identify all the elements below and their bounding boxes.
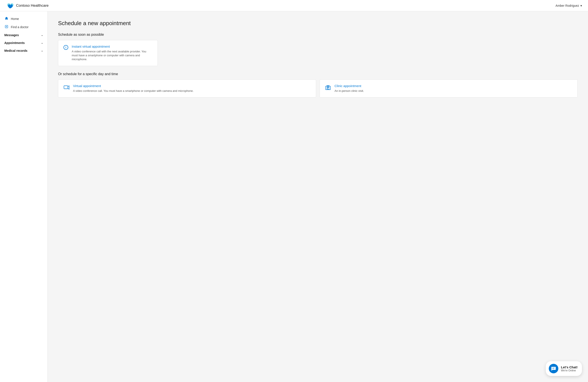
sidebar-item-medical-records[interactable]: Medical records ⌄: [0, 47, 47, 55]
app-layout: Home Find a doctor Messages ⌄ Appointmen…: [0, 11, 588, 382]
instant-card-content: Instant virtual appointment A video conf…: [72, 45, 152, 61]
clinic-card-desc: An in-person clinic visit.: [335, 89, 364, 93]
instant-icon: !: [63, 45, 68, 51]
app-name: Contoso Healthcare: [16, 3, 48, 8]
sidebar-item-messages[interactable]: Messages ⌄: [0, 31, 47, 39]
virtual-appointment-card[interactable]: Virtual appointment A video conference c…: [58, 80, 316, 98]
sidebar-item-find-doctor[interactable]: Find a doctor: [0, 23, 47, 31]
page-title: Schedule a new appointment: [58, 20, 578, 27]
virtual-card-content: Virtual appointment A video conference c…: [73, 84, 193, 93]
sidebar-home-label: Home: [11, 17, 19, 20]
svg-rect-5: [64, 86, 68, 89]
scheduled-cards-row: Virtual appointment A video conference c…: [58, 80, 578, 98]
section-specific-title: Or schedule for a specific day and time: [58, 72, 578, 76]
chat-text: Let's Chat! We're Online: [561, 365, 578, 372]
home-icon: [4, 17, 9, 21]
section-asap-title: Schedule as soon as possible: [58, 33, 578, 37]
app-logo-icon: [6, 2, 14, 10]
sidebar: Home Find a doctor Messages ⌄ Appointmen…: [0, 11, 48, 382]
user-name: Amber Rodriguez: [555, 4, 579, 7]
medical-records-chevron-icon: ⌄: [41, 49, 43, 52]
chat-title: Let's Chat!: [561, 365, 578, 369]
clinic-appointment-icon: [325, 84, 331, 92]
sidebar-item-appointments[interactable]: Appointments ⌄: [0, 39, 47, 47]
chat-widget[interactable]: Let's Chat! We're Online: [546, 361, 582, 376]
instant-card-title: Instant virtual appointment: [72, 45, 152, 48]
svg-text:!: !: [65, 46, 66, 49]
sidebar-appointments-label: Appointments: [4, 41, 25, 45]
messages-chevron-icon: ⌄: [41, 34, 43, 37]
chat-subtitle: We're Online: [561, 369, 578, 372]
clinic-card-content: Clinic appointment An in-person clinic v…: [335, 84, 364, 93]
user-menu[interactable]: Amber Rodriguez ▾: [555, 4, 582, 7]
clinic-card-title: Clinic appointment: [335, 84, 364, 88]
main-content: Schedule a new appointment Schedule as s…: [48, 11, 588, 382]
instant-card-desc: A video conference call with the next av…: [72, 50, 152, 61]
app-header: Contoso Healthcare Amber Rodriguez ▾: [0, 0, 588, 11]
sidebar-messages-label: Messages: [4, 33, 19, 37]
instant-appointment-card[interactable]: ! Instant virtual appointment A video co…: [58, 40, 158, 66]
virtual-card-title: Virtual appointment: [73, 84, 193, 88]
sidebar-find-doctor-label: Find a doctor: [11, 25, 29, 29]
sidebar-medical-records-label: Medical records: [4, 49, 27, 52]
svg-rect-9: [327, 87, 329, 89]
clinic-appointment-card[interactable]: Clinic appointment An in-person clinic v…: [319, 80, 578, 98]
sidebar-item-home[interactable]: Home: [0, 15, 47, 23]
virtual-appointment-icon: [63, 84, 69, 92]
find-doctor-icon: [4, 25, 9, 29]
user-dropdown-icon: ▾: [580, 4, 582, 7]
chat-icon: [549, 364, 558, 373]
virtual-card-desc: A video conference call. You must have a…: [73, 89, 193, 93]
appointments-chevron-icon: ⌄: [41, 41, 43, 44]
logo-area: Contoso Healthcare: [6, 2, 48, 10]
